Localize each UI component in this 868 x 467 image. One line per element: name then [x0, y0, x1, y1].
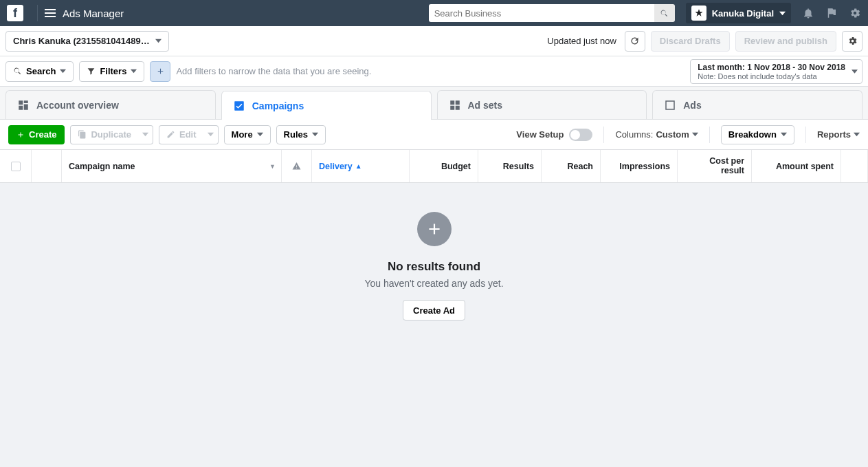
th-trailing — [841, 150, 868, 182]
create-button-label: Create — [29, 129, 56, 140]
chevron-down-icon — [692, 129, 698, 140]
overview-icon — [17, 99, 30, 111]
filters-dropdown[interactable]: Filters — [79, 61, 144, 82]
columns-value: Custom — [656, 129, 689, 140]
edit-caret[interactable] — [203, 125, 219, 144]
chevron-down-icon — [142, 129, 148, 140]
edit-button[interactable]: Edit — [159, 125, 203, 144]
th-amount-spent[interactable]: Amount spent — [752, 150, 841, 182]
adsets-icon — [449, 99, 461, 111]
reports-dropdown[interactable]: Reports — [817, 129, 860, 140]
search-input[interactable] — [429, 4, 654, 22]
th-campaign-name[interactable]: Campaign name ▼ — [62, 150, 282, 182]
columns-dropdown[interactable]: Columns: Custom — [615, 129, 698, 140]
tab-label: Campaigns — [252, 100, 304, 111]
select-all-checkbox[interactable] — [11, 162, 21, 171]
more-label: More — [232, 129, 253, 140]
ads-icon — [664, 99, 676, 111]
rules-label: Rules — [284, 129, 308, 140]
topbar: f Ads Manager Kanuka Digital — [0, 0, 868, 26]
pencil-icon — [166, 130, 175, 139]
create-button[interactable]: Create — [8, 125, 65, 144]
duplicate-button[interactable]: Duplicate — [70, 125, 138, 144]
th-label: Results — [503, 162, 534, 171]
search-button[interactable] — [654, 4, 675, 22]
th-toggle — [32, 150, 62, 182]
tab-label: Ad sets — [468, 100, 503, 111]
business-switcher[interactable]: Kanuka Digital — [686, 3, 791, 23]
add-filter-button[interactable] — [150, 61, 170, 82]
action-bar: Create Duplicate Edit More Rules View Se… — [0, 120, 868, 150]
th-checkbox[interactable] — [0, 150, 32, 182]
refresh-button[interactable] — [625, 31, 645, 52]
menu-icon[interactable] — [45, 9, 56, 17]
date-range-picker[interactable]: Last month: 1 Nov 2018 - 30 Nov 2018 Not… — [690, 59, 863, 84]
th-label: Reach — [567, 162, 593, 171]
date-range-label: Last month: 1 Nov 2018 - 30 Nov 2018 — [698, 63, 845, 72]
th-label: Impressions — [619, 162, 670, 171]
breakdown-dropdown[interactable]: Breakdown — [721, 125, 794, 144]
refresh-icon — [630, 36, 640, 46]
tab-ads[interactable]: Ads — [652, 90, 863, 119]
filter-icon — [87, 67, 96, 76]
chevron-down-icon — [60, 66, 66, 76]
tab-account-overview[interactable]: Account overview — [5, 90, 216, 119]
tab-label: Account overview — [36, 100, 119, 111]
duplicate-label: Duplicate — [91, 129, 131, 140]
plus-icon — [425, 220, 443, 238]
rules-dropdown[interactable]: Rules — [276, 125, 326, 144]
settings-button[interactable] — [842, 31, 863, 52]
edit-label: Edit — [179, 129, 197, 140]
gear-icon[interactable] — [849, 7, 861, 19]
create-ad-button[interactable]: Create Ad — [403, 300, 465, 321]
view-setup-toggle-group: View Setup — [516, 129, 592, 141]
empty-state: No results found You haven't created any… — [0, 183, 868, 467]
plus-icon — [16, 131, 25, 139]
divider — [709, 127, 710, 143]
empty-subtitle: You haven't created any ads yet. — [364, 278, 503, 289]
search-dropdown-label: Search — [26, 66, 56, 76]
bell-icon[interactable] — [802, 7, 814, 19]
duplicate-icon — [78, 130, 87, 139]
th-warning — [282, 150, 312, 182]
tab-ad-sets[interactable]: Ad sets — [437, 90, 647, 119]
level-tabs: Account overview Campaigns Ad sets Ads — [0, 87, 868, 120]
view-setup-toggle[interactable] — [569, 129, 592, 141]
th-cost-per-result[interactable]: Cost per result — [678, 150, 752, 182]
reports-label: Reports — [817, 129, 851, 140]
chevron-down-icon — [131, 66, 137, 76]
divider — [603, 127, 604, 143]
chevron-down-icon — [155, 36, 162, 46]
updated-text: Updated just now — [547, 36, 616, 46]
ad-account-selector[interactable]: Chris Kanuka (2315581041489… — [5, 31, 169, 52]
more-dropdown[interactable]: More — [224, 125, 271, 144]
chevron-down-icon — [208, 129, 214, 140]
chevron-down-icon — [257, 129, 263, 140]
search-dropdown[interactable]: Search — [5, 61, 74, 82]
th-label: Delivery — [319, 162, 353, 171]
search-icon — [13, 67, 22, 76]
th-results[interactable]: Results — [478, 150, 542, 182]
chevron-down-icon — [852, 66, 858, 76]
discard-drafts-button[interactable]: Discard Drafts — [651, 31, 730, 52]
global-search — [429, 4, 675, 22]
facebook-logo[interactable]: f — [7, 5, 23, 21]
filter-bar: Search Filters Add filters to narrow the… — [0, 56, 868, 87]
chevron-down-icon: ▼ — [269, 163, 276, 170]
tab-campaigns[interactable]: Campaigns — [221, 91, 432, 120]
empty-title: No results found — [388, 260, 480, 274]
chevron-down-icon — [781, 129, 787, 140]
duplicate-caret[interactable] — [138, 125, 153, 144]
tab-label: Ads — [683, 100, 701, 111]
th-impressions[interactable]: Impressions — [601, 150, 678, 182]
warning-icon — [292, 162, 301, 171]
chevron-down-icon — [312, 129, 318, 140]
review-publish-button[interactable]: Review and publish — [735, 31, 836, 52]
flag-icon[interactable] — [825, 7, 838, 19]
business-avatar — [691, 6, 706, 21]
th-delivery[interactable]: Delivery ▲ — [312, 150, 410, 182]
th-budget[interactable]: Budget — [410, 150, 478, 182]
th-reach[interactable]: Reach — [542, 150, 601, 182]
account-bar: Chris Kanuka (2315581041489… Updated jus… — [0, 26, 868, 56]
divider — [805, 127, 806, 143]
